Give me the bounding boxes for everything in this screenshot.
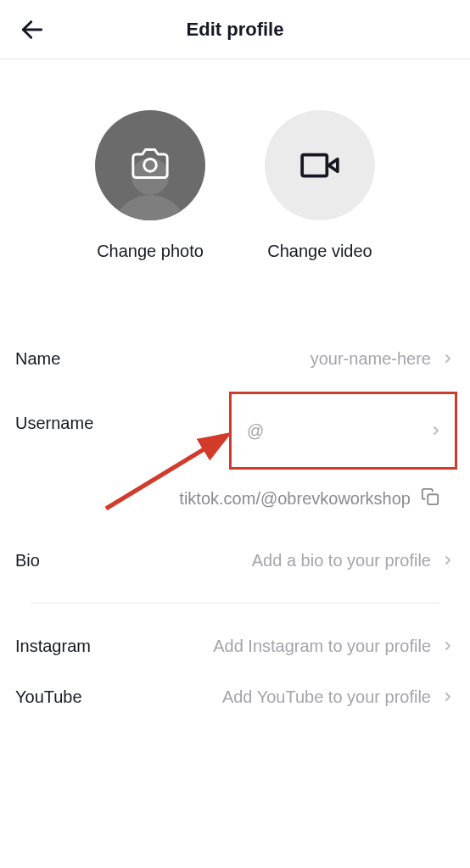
profile-link-row: tiktok.com/@obrevkoworkshop <box>15 462 455 535</box>
chevron-right-icon <box>441 554 455 567</box>
change-video-label: Change video <box>267 242 372 261</box>
username-value: @ <box>238 421 264 441</box>
camera-icon <box>131 145 169 182</box>
bio-label: Bio <box>15 551 40 570</box>
name-value: your-name-here <box>311 349 431 369</box>
copy-icon <box>421 487 439 506</box>
name-row[interactable]: Name your-name-here <box>15 333 455 384</box>
instagram-label: Instagram <box>15 637 91 656</box>
svg-rect-2 <box>302 155 327 176</box>
profile-link-text: tiktok.com/@obrevkoworkshop <box>179 489 411 509</box>
username-highlight-box: @ <box>229 392 457 470</box>
back-arrow-icon <box>19 16 46 43</box>
chevron-right-icon <box>441 690 455 704</box>
svg-point-1 <box>144 159 157 172</box>
youtube-label: YouTube <box>15 687 82 707</box>
avatar-placeholder <box>95 110 205 220</box>
username-label: Username <box>15 414 93 433</box>
instagram-placeholder: Add Instagram to your profile <box>213 637 431 656</box>
chevron-right-icon <box>441 639 455 653</box>
video-icon <box>299 144 341 186</box>
back-button[interactable] <box>17 14 48 45</box>
chevron-right-icon <box>429 424 443 437</box>
youtube-row[interactable]: YouTube Add YouTube to your profile <box>15 671 455 722</box>
change-video-button[interactable]: Change video <box>265 110 375 261</box>
svg-marker-3 <box>328 159 337 172</box>
youtube-placeholder: Add YouTube to your profile <box>222 687 431 707</box>
name-label: Name <box>15 349 60 369</box>
copy-button[interactable] <box>421 487 439 509</box>
chevron-right-icon <box>441 352 455 365</box>
bio-placeholder: Add a bio to your profile <box>252 551 431 570</box>
change-photo-label: Change photo <box>97 242 204 261</box>
page-title: Edit profile <box>187 19 284 41</box>
change-photo-button[interactable]: Change photo <box>95 110 205 261</box>
header: Edit profile <box>0 0 470 59</box>
svg-rect-4 <box>428 494 438 504</box>
video-placeholder <box>265 110 375 220</box>
media-section: Change photo Change video <box>0 59 470 295</box>
instagram-row[interactable]: Instagram Add Instagram to your profile <box>15 620 455 671</box>
bio-row[interactable]: Bio Add a bio to your profile <box>15 535 455 586</box>
divider <box>31 603 439 604</box>
